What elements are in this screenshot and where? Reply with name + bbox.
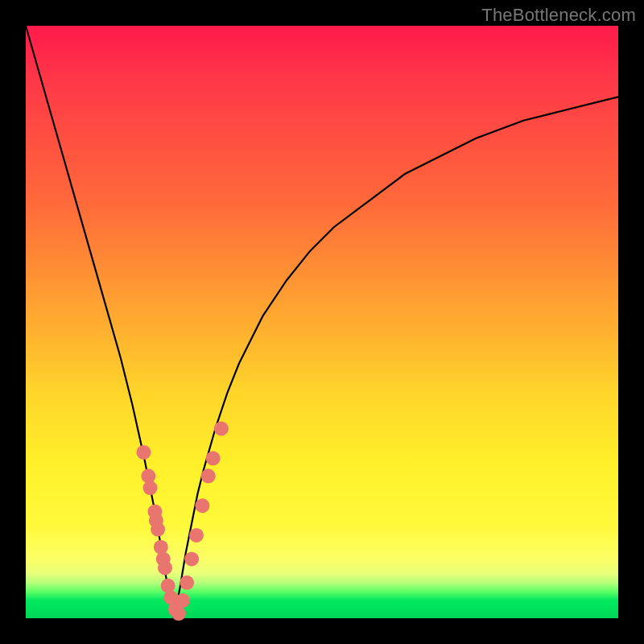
watermark-text: TheBottleneck.com xyxy=(481,5,636,26)
chart-frame: TheBottleneck.com xyxy=(0,0,644,644)
dots-right-point xyxy=(195,498,209,513)
dots-left-point xyxy=(158,560,172,575)
dots-left-point xyxy=(171,606,186,621)
dots-right-point xyxy=(180,576,194,590)
data-dots xyxy=(136,421,228,621)
dots-right-point xyxy=(206,451,221,465)
curve-layer xyxy=(26,26,618,618)
plot-area xyxy=(26,26,618,618)
bottleneck-curve xyxy=(26,26,618,618)
dots-right-point xyxy=(175,593,190,608)
dots-right-point xyxy=(189,528,204,543)
dots-right-point xyxy=(214,421,229,436)
dots-left-point xyxy=(136,445,151,460)
dots-left-point xyxy=(143,481,158,495)
dots-right-point xyxy=(184,551,199,566)
dots-left-point xyxy=(151,522,165,537)
dots-right-point xyxy=(201,469,216,483)
